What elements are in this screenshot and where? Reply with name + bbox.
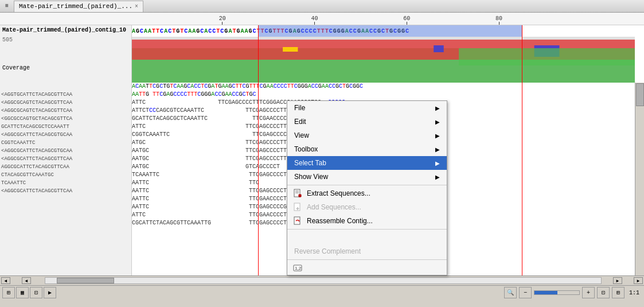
row-label: CTACAGCGTTCAAATGC	[1, 171, 130, 179]
menu-item-extract-sequences[interactable]: Extract Sequences...	[287, 186, 447, 200]
row-label: <AGGCGCAGTCTACAGCGTTCAA	[1, 99, 130, 107]
menu-file-arrow: ▶	[435, 105, 440, 111]
grid-view-button[interactable]: ⊞	[2, 287, 15, 298]
row-label: <GGCGCCAGTGCTACAGCGTTCA	[1, 115, 130, 123]
menu-show-view-arrow: ▶	[435, 174, 440, 180]
menu-item-toolbox[interactable]: Toolbox ▶	[287, 142, 447, 156]
tick-line	[499, 22, 499, 25]
menu-item-file[interactable]: File ▶	[287, 101, 447, 115]
menu-edit-arrow: ▶	[435, 119, 440, 125]
extract-sequences-label: Extract Sequences...	[307, 189, 442, 197]
seq-name-label: Mate-pair_trimmed_(paired)_contig_10	[0, 25, 131, 37]
reassemble-contig-label: Reassemble Contig...	[307, 217, 442, 225]
menu-view-arrow: ▶	[435, 133, 440, 139]
toolbar-right: 🔍 − + ⊡ ⊞ 1:1	[504, 287, 642, 298]
row-label: <AGGCGCATTCTACAGCGTTCAA	[1, 187, 130, 195]
list-view-button[interactable]: ⊡	[30, 287, 42, 298]
sequence-name: Mate-pair_trimmed_(paired)_contig_10	[2, 27, 126, 33]
row-label: <AGGCGCATTCTACAGCGTTCAA	[1, 155, 130, 163]
svg-rect-5	[459, 48, 635, 65]
scroll-next-button[interactable]: ►	[613, 277, 622, 284]
add-sequences-icon	[292, 203, 303, 212]
svg-rect-4	[434, 45, 444, 52]
row-label: CGGTCAAATTC	[1, 139, 130, 147]
vertical-scrollbar[interactable]	[635, 83, 644, 275]
menu-item-show-view[interactable]: Show View ▶	[287, 170, 447, 184]
menu-item-show-view-label: Show View	[294, 173, 435, 181]
menu-item-edit[interactable]: Edit ▶	[287, 115, 447, 129]
scroll-right-button[interactable]: ►	[634, 277, 643, 284]
menu-item-edit-label: Edit	[294, 118, 435, 126]
document-tab[interactable]: Mate-pair_trimmed_(paired)_... ×	[14, 1, 143, 12]
scroll-prev-button[interactable]: ◄	[22, 277, 31, 284]
ruler-tick-60: 60	[403, 15, 410, 25]
row-label: <AGGCGCATTCTACAGCGTGCAA	[1, 131, 130, 139]
zoom-slider-fill	[534, 291, 557, 294]
left-red-line	[258, 25, 259, 275]
tick-line	[314, 22, 315, 25]
scrollbar-thumb-h[interactable]	[57, 278, 114, 283]
tab-label: Mate-pair_trimmed_(paired)_...	[19, 3, 132, 10]
row-label: GCATTCTACAGCGCTCCAAATT	[1, 123, 130, 131]
svg-rect-10	[294, 203, 300, 211]
row-labels: <AGGTGCATTCTACAGCGTTCAA <AGGCGCAGTCTACAG…	[0, 91, 131, 195]
menu-item-toolbox-label: Toolbox	[294, 145, 435, 153]
scrollbar-thumb[interactable]	[636, 83, 644, 106]
ruler-tick-80: 80	[495, 15, 502, 25]
row-label: <AGGTGCATTCTACAGCGTTCAA	[1, 91, 130, 99]
menu-item-delete-annotations: Reverse Complement	[287, 244, 447, 258]
zoom-out-button[interactable]: −	[519, 287, 532, 298]
sequence-highlight	[258, 25, 522, 37]
horizontal-scrollbar[interactable]: ◄ ◄ ► ►	[0, 275, 644, 285]
app-icon: ≡	[2, 2, 11, 11]
left-label-panel: Mate-pair_trimmed_(paired)_contig_10 505…	[0, 25, 132, 275]
tick-line	[222, 22, 223, 25]
ruler-content: 20 40 60 80	[132, 13, 644, 25]
fit-page-button[interactable]: ⊞	[612, 287, 625, 298]
row-label: <AGGCGCAGTCTACAGCGTTCAA	[1, 107, 130, 115]
menu-separator-3	[287, 259, 447, 260]
menu-item-view[interactable]: View ▶	[287, 129, 447, 142]
svg-rect-3	[283, 47, 298, 52]
zoom-percent: 1:1	[627, 290, 642, 296]
menu-item-view-label: View	[294, 131, 435, 139]
menu-separator-2	[287, 229, 447, 230]
row-label: TCAAATTC	[1, 179, 130, 187]
menu-item-set-numbers[interactable]: 1,2	[287, 261, 447, 275]
search-icon-button[interactable]: 🔍	[504, 287, 517, 298]
right-red-line	[522, 25, 522, 275]
scroll-left-button[interactable]: ◄	[1, 277, 10, 284]
seq-number: 505	[0, 37, 131, 45]
menu-item-add-sequences: Add Sequences...	[287, 200, 447, 214]
menu-select-tab-arrow: ▶	[435, 160, 440, 166]
tick-line	[407, 22, 407, 25]
bottom-toolbar: ⊞ ▦ ⊡ ▶ 🔍 − + ⊡ ⊞ 1:1	[0, 285, 644, 300]
menu-item-file-label: File	[294, 104, 435, 112]
zoom-slider[interactable]	[534, 290, 580, 295]
table-view-button[interactable]: ▦	[16, 287, 29, 298]
scrollbar-track[interactable]	[45, 277, 602, 284]
set-numbers-icon: 1,2	[292, 263, 303, 273]
close-tab-button[interactable]: ×	[135, 3, 138, 10]
menu-item-select-tab-label: Select Tab	[294, 159, 435, 167]
coverage-chart	[132, 37, 635, 83]
play-button[interactable]: ▶	[44, 287, 56, 298]
ruler-tick-20: 20	[219, 15, 226, 25]
svg-marker-9	[299, 195, 301, 197]
zoom-in-button[interactable]: +	[582, 287, 595, 298]
menu-item-reassemble-contig[interactable]: Reassemble Contig...	[287, 214, 447, 228]
menu-item-reverse-complement	[287, 231, 447, 244]
menu-separator-1	[287, 185, 447, 185]
toolbar-left: ⊞ ▦ ⊡ ▶	[2, 287, 56, 298]
reassemble-icon	[292, 216, 303, 226]
row-label: <AGGCGCATTCTACAGCGTGCAA	[1, 147, 130, 155]
menu-item-select-tab[interactable]: Select Tab ▶	[287, 156, 447, 170]
coverage-svg	[132, 37, 635, 83]
svg-text:1,2: 1,2	[295, 266, 302, 271]
extract-sequences-icon	[292, 189, 303, 198]
ruler: 20 40 60 80	[0, 13, 644, 25]
delete-annotations-label: Reverse Complement	[294, 247, 440, 255]
fit-width-button[interactable]: ⊡	[597, 287, 610, 298]
context-menu: File ▶ Edit ▶ View ▶ Toolbox ▶ Select Ta…	[287, 100, 447, 275]
menu-toolbox-arrow: ▶	[435, 146, 440, 153]
